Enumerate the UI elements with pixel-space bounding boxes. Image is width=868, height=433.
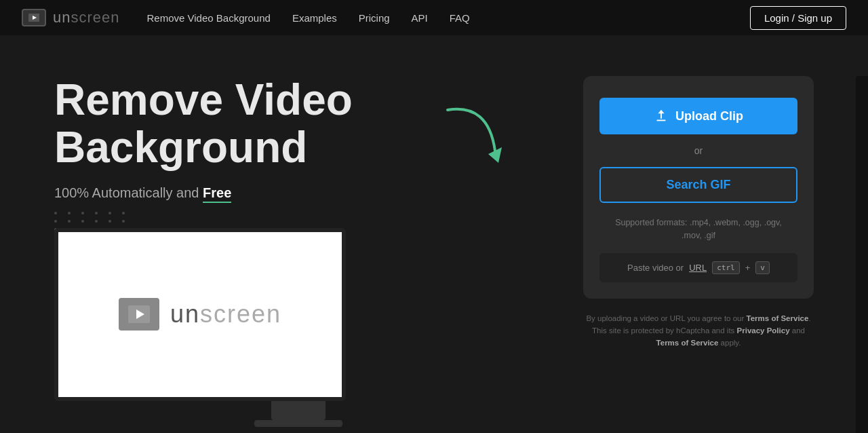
hero-subtitle: 100% Automatically and Free — [54, 185, 542, 201]
plus-sign: + — [745, 263, 751, 273]
footer-text: By uploading a video or URL you agree to… — [583, 312, 814, 350]
side-decoration — [856, 76, 868, 433]
left-section: Remove Video Background 100% Automatical… — [54, 76, 542, 427]
preview-logo-icon — [119, 298, 159, 331]
logo[interactable]: unscreen — [22, 9, 120, 26]
search-gif-button[interactable]: Search GIF — [599, 167, 797, 203]
privacy-link[interactable]: Privacy Policy — [737, 326, 790, 335]
navbar: unscreen Remove Video Background Example… — [0, 0, 868, 35]
nav-examples[interactable]: Examples — [292, 12, 337, 24]
tos2-link[interactable]: Terms of Service — [656, 339, 719, 347]
ctrl-key: ctrl — [712, 261, 740, 274]
nav-remove-bg[interactable]: Remove Video Background — [147, 12, 271, 24]
v-key: v — [755, 261, 770, 274]
right-section: Upload Clip or Search GIF Supported form… — [583, 76, 814, 350]
monitor-base — [254, 420, 342, 427]
main-content: Remove Video Background 100% Automatical… — [0, 35, 868, 433]
nav-api[interactable]: API — [412, 12, 428, 24]
preview-logo-text: unscreen — [170, 300, 281, 328]
nav-faq[interactable]: FAQ — [450, 12, 470, 24]
nav-pricing[interactable]: Pricing — [359, 12, 390, 24]
paste-area: Paste video or URL ctrl + v — [599, 253, 797, 282]
nav-links: Remove Video Background Examples Pricing… — [147, 12, 750, 24]
preview-logo: unscreen — [119, 298, 281, 331]
or-divider: or — [599, 145, 797, 156]
logo-text: unscreen — [53, 9, 120, 26]
upload-panel: Upload Clip or Search GIF Supported form… — [583, 76, 814, 299]
monitor-screen: unscreen — [54, 228, 346, 401]
monitor-stand — [271, 401, 326, 420]
supported-formats: Supported formats: .mp4, .webm, .ogg, .o… — [599, 216, 797, 242]
logo-icon — [22, 9, 46, 26]
tos-link[interactable]: Terms of Service — [747, 314, 809, 322]
upload-icon — [654, 109, 669, 124]
upload-clip-button[interactable]: Upload Clip — [599, 98, 797, 134]
url-link[interactable]: URL — [689, 263, 707, 273]
monitor-preview: unscreen — [54, 228, 542, 427]
login-button[interactable]: Login / Sign up — [750, 6, 846, 30]
hero-title: Remove Video Background — [54, 76, 542, 172]
